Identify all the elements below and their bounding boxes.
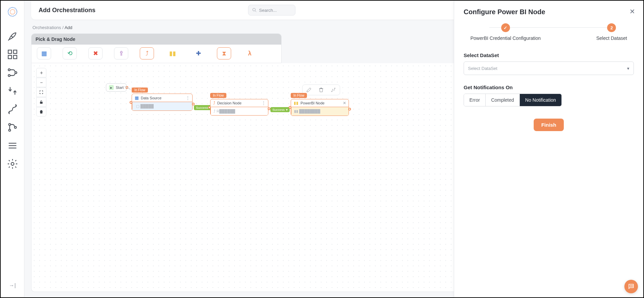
powerbi-icon: ▮▮ <box>294 101 298 105</box>
kebab-icon[interactable]: ⋮ <box>262 101 265 105</box>
sidebar-item-settings[interactable] <box>7 158 18 170</box>
svg-rect-3 <box>13 50 17 53</box>
sidebar-item-swap[interactable] <box>7 85 18 97</box>
port-icon[interactable] <box>268 107 270 110</box>
svg-point-16 <box>252 8 255 11</box>
dataset-label: Select DataSet <box>464 52 634 58</box>
sidebar-item-flow[interactable] <box>7 67 18 78</box>
chat-button[interactable] <box>624 280 638 293</box>
svg-point-1 <box>10 9 15 14</box>
delete-button[interactable] <box>36 107 46 117</box>
node-palette: Pick & Drag Node ▦ ⟲ ✖ ⇪ ⤴ ▮▮ ✚ ⧗ λ <box>31 33 282 63</box>
svg-point-6 <box>8 69 10 71</box>
svg-point-22 <box>631 286 632 287</box>
svg-point-23 <box>632 286 633 287</box>
palette-node-timer[interactable]: ⧗ <box>217 47 231 59</box>
check-icon: ✓ <box>501 23 510 32</box>
chevron-down-icon: ▾ <box>627 66 629 71</box>
start-node[interactable]: ▸ Start <box>106 83 127 92</box>
sidebar-collapse-icon[interactable]: →| <box>9 282 16 289</box>
page-title: Add Orchestrations <box>39 7 95 14</box>
kebab-icon[interactable]: ⋮ <box>186 96 190 100</box>
svg-point-8 <box>15 72 17 74</box>
sidebar-item-git[interactable] <box>7 122 18 133</box>
zoom-out-button[interactable]: － <box>36 78 46 87</box>
svg-point-11 <box>14 126 16 128</box>
node-row: ▢ █████ <box>132 102 192 110</box>
play-icon: ▸ <box>109 85 114 90</box>
notify-label: Get Notifications On <box>464 84 634 90</box>
inflow-tag: In Flow <box>210 93 226 98</box>
svg-point-7 <box>8 75 10 77</box>
route-icon[interactable] <box>330 87 336 93</box>
inflow-tag: In Flow <box>132 88 148 93</box>
port-icon[interactable] <box>348 108 351 110</box>
edit-icon[interactable] <box>306 87 312 93</box>
notify-option-completed[interactable]: Completed <box>486 94 520 106</box>
svg-point-9 <box>8 124 10 126</box>
node-action-toolbar <box>302 84 340 95</box>
decision-node[interactable]: ⤴ Decision Node ⋮ ⤴ R██████ <box>210 99 268 116</box>
data-source-node[interactable]: ▦ Data Source ⋮ ▢ █████ <box>132 94 193 111</box>
inflow-tag: In Flow <box>291 93 307 98</box>
notify-option-none[interactable]: No Notification <box>520 94 561 106</box>
node-title: Data Source <box>141 96 161 100</box>
step-label: PowerBI Credential Configuration <box>470 35 541 41</box>
palette-node-branch[interactable]: ⤴ <box>140 47 154 59</box>
notify-option-error[interactable]: Error <box>464 94 486 106</box>
svg-point-10 <box>8 129 10 131</box>
svg-rect-2 <box>8 50 12 53</box>
palette-node-transform[interactable]: ⟲ <box>63 47 77 59</box>
node-title: PowerBI Node <box>301 101 325 105</box>
sidebar-item-list[interactable] <box>7 140 18 151</box>
sidebar: →| <box>1 1 24 297</box>
finish-button[interactable]: Finish <box>534 119 563 131</box>
palette-node-upload[interactable]: ⇪ <box>114 47 128 59</box>
port-icon[interactable] <box>130 101 132 104</box>
dataset-select[interactable]: Select DataSet ▾ <box>464 61 634 75</box>
powerbi-node[interactable]: ▮▮ PowerBI Node ✕ ▮▮ ████████ <box>291 99 349 116</box>
palette-node-cancel[interactable]: ✖ <box>88 47 103 59</box>
close-icon[interactable]: ✕ <box>343 101 346 105</box>
breadcrumb-root[interactable]: Orchestrations <box>32 25 61 30</box>
step-label: Select Dataset <box>596 35 627 41</box>
zoom-in-button[interactable]: ＋ <box>36 68 46 77</box>
svg-rect-20 <box>40 102 43 103</box>
palette-header: Pick & Drag Node <box>31 34 281 45</box>
palette-node-tableau[interactable]: ✚ <box>191 47 205 59</box>
search-placeholder: Search... <box>259 8 277 13</box>
port-icon[interactable] <box>289 106 291 109</box>
breadcrumb-current: Add <box>65 25 72 30</box>
search-icon <box>252 7 257 13</box>
port-icon[interactable] <box>192 103 195 105</box>
sidebar-item-dashboard[interactable] <box>7 49 18 60</box>
config-panel: Configure Power BI Node ✕ ✓ PowerBI Cred… <box>454 1 643 297</box>
notify-button-group: Error Completed No Notification <box>464 94 562 106</box>
port-icon[interactable] <box>208 106 211 109</box>
node-title: Decision Node <box>217 101 242 105</box>
datasource-icon: ▦ <box>135 95 139 100</box>
palette-node-lambda[interactable]: λ <box>243 47 257 59</box>
node-row: ▮▮ ████████ <box>291 107 349 116</box>
step-1: ✓ PowerBI Credential Configuration <box>470 23 541 41</box>
close-panel-icon[interactable]: ✕ <box>629 7 635 16</box>
fit-button[interactable] <box>36 88 46 97</box>
branch-icon: ⤴ <box>213 101 215 105</box>
svg-line-17 <box>255 11 256 12</box>
main: Add Orchestrations Search... Default ⌄ 8 <box>24 1 643 297</box>
svg-rect-5 <box>13 55 17 59</box>
select-placeholder: Select DataSet <box>468 66 497 71</box>
node-row: ⤴ R██████ <box>210 107 268 115</box>
palette-node-powerbi[interactable]: ▮▮ <box>165 47 180 59</box>
sidebar-item-route[interactable] <box>7 103 18 115</box>
chat-icon <box>628 283 635 290</box>
step-2: 2 Select Dataset <box>596 23 627 41</box>
canvas-controls: ＋ － <box>36 68 46 117</box>
trash-icon[interactable] <box>318 87 324 93</box>
palette-node-datasource[interactable]: ▦ <box>37 47 51 59</box>
start-label: Start <box>116 85 124 90</box>
sidebar-item-rocket[interactable] <box>7 30 18 42</box>
lock-button[interactable] <box>36 97 46 107</box>
search-input[interactable]: Search... <box>248 5 295 16</box>
svg-rect-4 <box>8 55 12 59</box>
